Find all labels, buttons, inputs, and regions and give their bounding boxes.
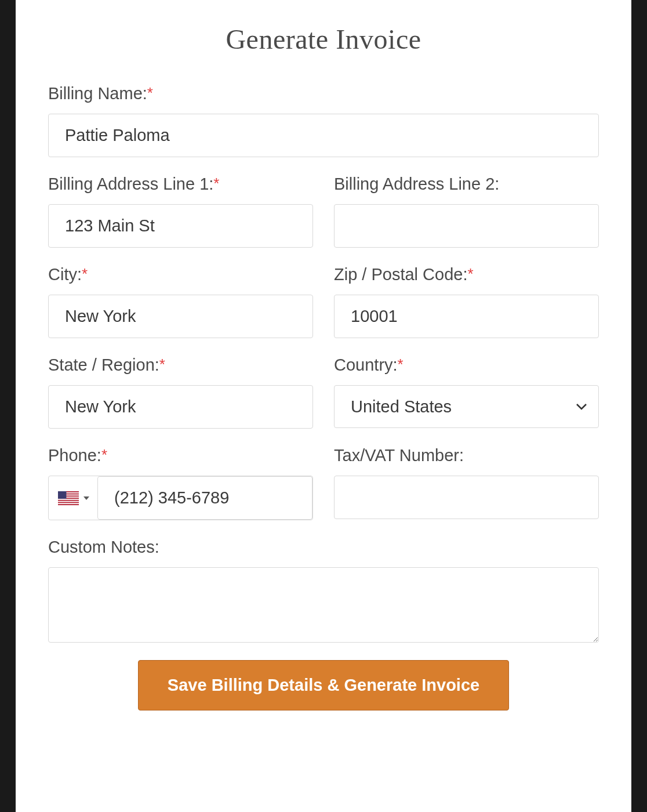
required-mark: * — [101, 446, 107, 463]
required-mark: * — [468, 265, 474, 282]
required-mark: * — [159, 356, 165, 373]
required-mark: * — [82, 265, 88, 282]
phone-input[interactable] — [97, 476, 312, 520]
zip-label: Zip / Postal Code:* — [334, 265, 599, 284]
svg-rect-7 — [58, 491, 66, 499]
caret-down-icon — [83, 496, 89, 500]
save-generate-button[interactable]: Save Billing Details & Generate Invoice — [138, 660, 509, 710]
state-label: State / Region:* — [48, 356, 313, 375]
svg-rect-4 — [58, 498, 79, 499]
address1-label: Billing Address Line 1:* — [48, 175, 313, 194]
phone-field-wrapper — [48, 476, 313, 520]
notes-label: Custom Notes: — [48, 538, 599, 557]
svg-rect-6 — [58, 503, 79, 504]
tax-label: Tax/VAT Number: — [334, 446, 599, 465]
address1-input[interactable] — [48, 204, 313, 248]
address2-input[interactable] — [334, 204, 599, 248]
required-mark: * — [147, 84, 153, 102]
country-label: Country:* — [334, 356, 599, 375]
notes-textarea[interactable] — [48, 567, 599, 643]
state-input[interactable] — [48, 385, 313, 429]
zip-input[interactable] — [334, 295, 599, 338]
svg-rect-5 — [58, 501, 79, 502]
us-flag-icon — [58, 491, 79, 505]
city-input[interactable] — [48, 295, 313, 338]
address2-label: Billing Address Line 2: — [334, 175, 599, 194]
required-mark: * — [398, 356, 404, 373]
city-label: City:* — [48, 265, 313, 284]
invoice-modal: Generate Invoice Billing Name:* Billing … — [16, 0, 631, 812]
tax-input[interactable] — [334, 476, 599, 519]
phone-label: Phone:* — [48, 446, 313, 465]
billing-name-label: Billing Name:* — [48, 84, 599, 103]
billing-name-input[interactable] — [48, 114, 599, 157]
country-code-selector[interactable] — [49, 491, 97, 505]
country-select[interactable]: United States — [334, 385, 599, 428]
required-mark: * — [213, 175, 219, 192]
page-title: Generate Invoice — [48, 23, 599, 55]
